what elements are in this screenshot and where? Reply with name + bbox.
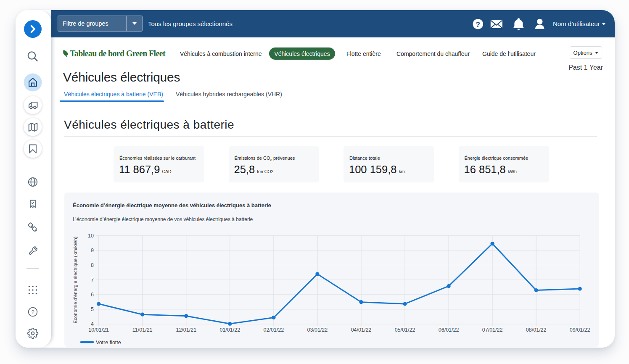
- svg-text:01/01/22: 01/01/22: [219, 327, 240, 333]
- svg-text:02/01/22: 02/01/22: [264, 327, 284, 333]
- svg-text:03/01/22: 03/01/22: [307, 327, 328, 333]
- svg-text:6: 6: [91, 292, 94, 298]
- svg-text:11/01/21: 11/01/21: [132, 327, 153, 333]
- svg-text:10: 10: [88, 233, 94, 239]
- svg-text:8: 8: [91, 262, 94, 268]
- svg-text:4: 4: [91, 321, 94, 327]
- svg-text:Votre flotte: Votre flotte: [96, 340, 121, 346]
- svg-text:04/01/22: 04/01/22: [351, 327, 372, 333]
- svg-text:09/01/22: 09/01/22: [570, 327, 590, 333]
- svg-text:Économie d’énergie électrique: Économie d’énergie électrique (km/kWh): [73, 236, 78, 323]
- svg-text:06/01/22: 06/01/22: [439, 327, 459, 333]
- svg-text:10/01/21: 10/01/21: [88, 327, 109, 333]
- svg-text:07/01/22: 07/01/22: [482, 327, 503, 333]
- svg-text:5: 5: [91, 306, 94, 312]
- svg-text:08/01/22: 08/01/22: [526, 327, 547, 333]
- svg-text:05/01/22: 05/01/22: [395, 327, 415, 333]
- svg-text:12/01/21: 12/01/21: [176, 327, 196, 333]
- svg-text:?: ?: [31, 309, 34, 315]
- svg-text:9: 9: [91, 248, 94, 253]
- svg-text:7: 7: [91, 277, 94, 283]
- svg-text:?: ?: [476, 21, 480, 29]
